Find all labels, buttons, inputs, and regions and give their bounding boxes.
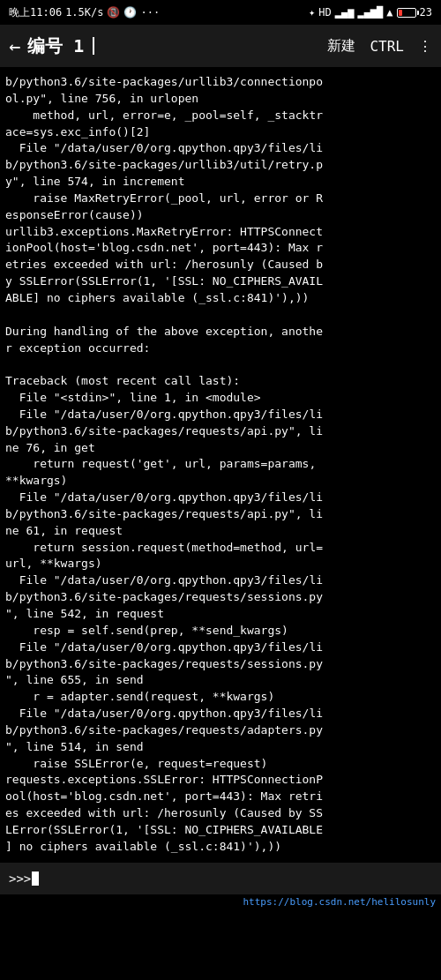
signal-bars-icon: ▂▄▆ [335, 6, 355, 19]
status-time: 晚上11:06 [9, 5, 62, 20]
battery-percent: 23 [420, 6, 432, 19]
footer-url[interactable]: https://blog.csdn.net/helilosunly [243, 896, 436, 908]
ctrl-button[interactable]: CTRL [370, 38, 404, 55]
page-title: 编号 1 [27, 34, 84, 58]
more-button[interactable]: ⋮ [418, 38, 432, 55]
title-bar-right: 新建 CTRL ⋮ [327, 37, 432, 56]
hd-label: HD [318, 6, 331, 19]
wifi-icon: ▲ [386, 6, 392, 19]
new-button[interactable]: 新建 [327, 37, 355, 56]
wifi-off-icon: 📵 [107, 6, 120, 19]
bluetooth-icon: ✦ [309, 6, 315, 19]
prompt-symbol: >>> [9, 872, 31, 886]
prompt-cursor [32, 872, 39, 886]
back-button[interactable]: ← [9, 35, 20, 57]
clock-icon: 🕐 [123, 6, 137, 19]
title-cursor [93, 37, 94, 55]
battery-icon [397, 8, 416, 18]
title-bar: ← 编号 1 新建 CTRL ⋮ [0, 25, 441, 67]
title-bar-left: ← 编号 1 [9, 34, 94, 58]
battery-fill [399, 10, 402, 16]
status-right: ✦ HD ▂▄▆ ▂▄▆█ ▲ 23 [309, 6, 432, 19]
status-bar: 晚上11:06 1.5K/s 📵 🕐 ··· ✦ HD ▂▄▆ ▂▄▆█ ▲ 2… [0, 0, 441, 25]
bottom-bar: >>> [0, 863, 441, 894]
signal-bars2-icon: ▂▄▆█ [357, 6, 383, 19]
status-left: 晚上11:06 1.5K/s 📵 🕐 ··· [9, 5, 160, 20]
terminal-output: b/python3.6/site-packages/urllib3/connec… [0, 67, 441, 863]
footer-link[interactable]: https://blog.csdn.net/helilosunly [0, 894, 441, 909]
status-speed: 1.5K/s [65, 6, 103, 19]
dots-icon: ··· [140, 6, 160, 19]
